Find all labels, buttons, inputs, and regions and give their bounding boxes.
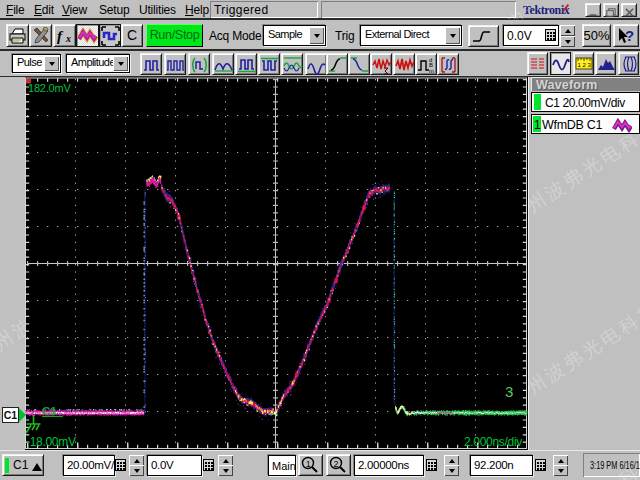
- svg-text:2.000ns/div: 2.000ns/div: [464, 435, 522, 449]
- svg-text:m: m: [429, 68, 434, 74]
- svg-text:?: ?: [625, 27, 634, 44]
- svg-text:1: 1: [306, 459, 311, 469]
- svg-text:x: x: [65, 33, 71, 44]
- svg-text:2: 2: [333, 459, 338, 469]
- svg-text:1 2 3: 1 2 3: [578, 62, 592, 68]
- svg-text:f: f: [57, 28, 64, 44]
- svg-text:3: 3: [505, 383, 513, 400]
- svg-text:C1: C1: [42, 405, 57, 417]
- svg-text:182.0mV: 182.0mV: [28, 82, 71, 94]
- svg-text:-18.00mV: -18.00mV: [26, 435, 76, 449]
